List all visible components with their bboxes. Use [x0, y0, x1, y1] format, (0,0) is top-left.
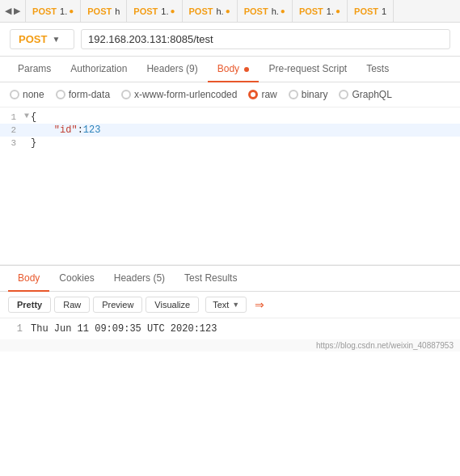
resp-btn-preview[interactable]: Preview [93, 297, 142, 313]
tab-label-4: h. [272, 6, 279, 16]
tab-dot-0: ● [69, 6, 74, 15]
resp-tab-cookies[interactable]: Cookies [49, 266, 103, 292]
response-section: Body Cookies Headers (5) Test Results Pr… [0, 265, 460, 352]
radio-form-data [56, 90, 65, 99]
tab-tests[interactable]: Tests [357, 57, 399, 82]
top-tab-4[interactable]: POST h. ● [238, 0, 293, 22]
tab-authorization-label: Authorization [70, 63, 127, 74]
resp-btn-raw[interactable]: Raw [54, 297, 90, 313]
tab-params[interactable]: Params [8, 57, 61, 82]
tab-tests-label: Tests [366, 63, 389, 74]
tab-body[interactable]: Body [208, 57, 260, 82]
top-tab-0[interactable]: POST 1. ● [26, 0, 81, 22]
text-dropdown[interactable]: Text ▼ [205, 297, 247, 313]
tab-label-3: h. [216, 6, 223, 16]
top-tab-6[interactable]: POST 1 [348, 0, 394, 22]
top-tab-1[interactable]: POST h [81, 0, 127, 22]
watermark-text: https://blog.csdn.net/weixin_40887953 [316, 341, 454, 350]
resp-btn-pretty[interactable]: Pretty [8, 297, 51, 313]
method-dropdown-arrow: ▼ [52, 35, 60, 44]
tab-label-5: 1. [327, 6, 334, 16]
resp-tab-body[interactable]: Body [8, 266, 49, 292]
response-tabs: Body Cookies Headers (5) Test Results [0, 266, 460, 292]
resp-tab-test-results[interactable]: Test Results [175, 266, 247, 292]
option-raw[interactable]: raw [248, 89, 276, 100]
tab-headers[interactable]: Headers (9) [137, 57, 207, 82]
url-bar: POST ▼ [0, 23, 460, 57]
code-brace-open: { [31, 112, 460, 123]
tab-dot-3: ● [226, 6, 230, 15]
resp-tab-headers[interactable]: Headers (5) [104, 266, 175, 292]
tab-label-1: h [115, 6, 120, 16]
tab-method-4: POST [244, 6, 268, 16]
code-key-value: "id":123 [31, 124, 460, 136]
resp-btn-visualize[interactable]: Visualize [146, 297, 199, 313]
tab-params-label: Params [18, 63, 51, 74]
method-selector[interactable]: POST ▼ [10, 29, 74, 49]
tab-label-2: 1. [161, 6, 168, 16]
top-tab-5[interactable]: POST 1. ● [293, 0, 348, 22]
code-brace-close: } [31, 137, 460, 149]
resp-tab-test-results-label: Test Results [184, 272, 237, 284]
tab-pre-request-label: Pre-request Script [268, 63, 347, 74]
option-form-data[interactable]: form-data [56, 89, 110, 100]
line-num-1: 1 [0, 112, 24, 122]
top-tab-3[interactable]: POST h. ● [183, 0, 238, 22]
nav-arrows[interactable]: ◀ ▶ [0, 0, 26, 22]
line-arrow-1: ▼ [24, 112, 29, 120]
code-line-3: 3 ▼ } [0, 137, 460, 150]
tab-body-dot [244, 67, 249, 72]
tab-method-2: POST [133, 6, 158, 16]
code-line-2: 2 ▼ "id":123 [0, 124, 460, 137]
result-line-1: 1 Thu Jun 11 09:09:35 UTC 2020:123 [10, 323, 450, 335]
format-icon[interactable]: ⇒ [255, 298, 264, 311]
option-graphql[interactable]: GraphQL [339, 89, 391, 100]
top-tab-2[interactable]: POST 1. ● [127, 0, 182, 22]
resp-tab-headers-label: Headers (5) [114, 272, 165, 284]
option-urlencoded-label: x-www-form-urlencoded [134, 89, 237, 100]
option-none-label: none [23, 89, 44, 100]
tab-method-6: POST [354, 6, 378, 16]
code-line-1: 1 ▼ { [0, 111, 460, 124]
request-tabs: Params Authorization Headers (9) Body Pr… [0, 57, 460, 82]
option-raw-label: raw [261, 89, 276, 100]
tab-body-label: Body [217, 63, 239, 74]
line-num-2: 2 [0, 124, 24, 135]
tab-method-1: POST [87, 6, 112, 16]
tab-dot-2: ● [170, 6, 175, 15]
tab-pre-request[interactable]: Pre-request Script [259, 57, 357, 82]
radio-graphql [339, 90, 348, 99]
text-dropdown-label: Text [213, 300, 229, 310]
option-form-data-label: form-data [69, 89, 110, 100]
watermark: https://blog.csdn.net/weixin_40887953 [0, 339, 460, 352]
radio-binary [289, 90, 298, 99]
result-content: Thu Jun 11 09:09:35 UTC 2020:123 [31, 323, 217, 335]
tab-method-0: POST [32, 6, 57, 16]
radio-none [10, 90, 19, 99]
tab-authorization[interactable]: Authorization [61, 57, 137, 82]
tab-dot-4: ● [281, 6, 285, 15]
resp-tab-cookies-label: Cookies [59, 272, 94, 284]
tab-headers-label: Headers (9) [146, 63, 197, 74]
option-binary[interactable]: binary [289, 89, 328, 100]
option-urlencoded[interactable]: x-www-form-urlencoded [121, 89, 237, 100]
response-toolbar: Pretty Raw Preview Visualize Text ▼ ⇒ [0, 292, 460, 318]
method-label: POST [19, 33, 47, 45]
tab-method-3: POST [189, 6, 213, 16]
tab-label-0: 1. [60, 6, 67, 16]
tab-label-6: 1 [382, 6, 386, 16]
top-tabs-bar: ◀ ▶ POST 1. ● POST h POST 1. ● POST h. ●… [0, 0, 460, 23]
url-input[interactable] [81, 29, 450, 49]
radio-urlencoded [121, 90, 131, 99]
line-num-3: 3 [0, 137, 24, 148]
resp-tab-body-label: Body [18, 272, 40, 284]
response-result: 1 Thu Jun 11 09:09:35 UTC 2020:123 [0, 318, 460, 339]
option-none[interactable]: none [10, 89, 44, 100]
code-editor[interactable]: 1 ▼ { 2 ▼ "id":123 3 ▼ } [0, 107, 460, 265]
tab-method-5: POST [299, 6, 323, 16]
tab-dot-5: ● [336, 6, 340, 15]
body-options: none form-data x-www-form-urlencoded raw… [0, 82, 460, 107]
radio-raw [248, 90, 258, 99]
result-line-num: 1 [10, 323, 23, 335]
text-dropdown-arrow: ▼ [232, 301, 239, 309]
